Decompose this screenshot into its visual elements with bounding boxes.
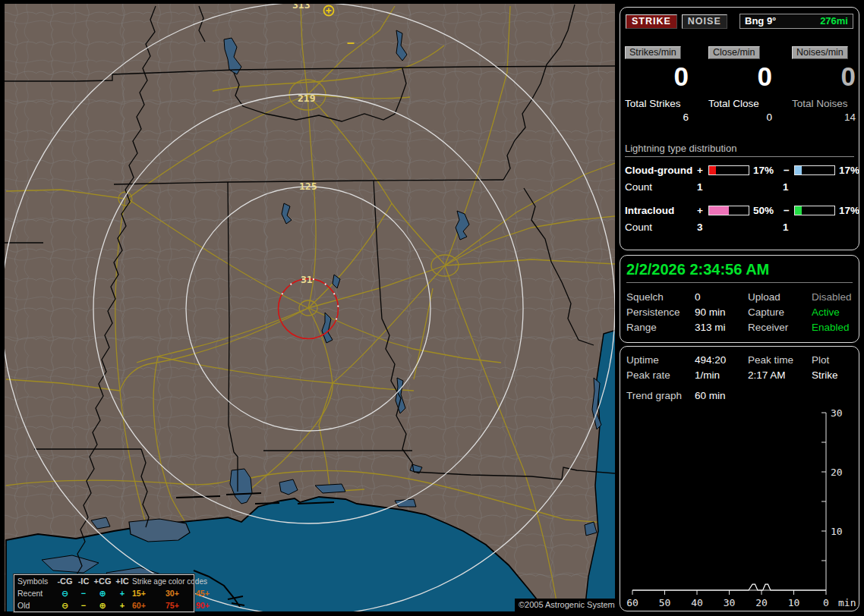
receiver-label: Receiver — [748, 320, 812, 335]
trend-graph: 30 20 10 60 50 40 30 20 10 0 min — [620, 347, 860, 614]
cg-negative-count: 1 — [783, 181, 854, 194]
age-75: 75+ — [166, 601, 196, 610]
strike-mode-button[interactable]: STRIKE — [626, 14, 677, 29]
x-tick-10: 10 — [788, 597, 800, 608]
legend-old-label: Old — [17, 601, 55, 610]
x-tick-20: 20 — [755, 597, 768, 608]
x-axis-unit: min — [838, 597, 856, 608]
noises-per-min-button[interactable]: Noises/min — [792, 46, 848, 59]
uptime-value: 494:20 — [695, 353, 748, 368]
peak-time-label: Peak time — [748, 353, 812, 368]
uptime-label: Uptime — [626, 353, 695, 368]
copyright-text: ©2005 Astrogenic Systems — [519, 600, 616, 609]
range-value: 313 mi — [695, 320, 748, 335]
total-noises-label: Total Noises — [792, 98, 859, 109]
bearing-value: Bng 9° — [745, 15, 776, 27]
upload-status: Disabled — [812, 290, 853, 305]
old-neg-cg-icon: ⊖ — [55, 601, 74, 611]
total-strikes-label: Total Strikes — [625, 98, 692, 109]
recent-pos-cg-icon: ⊕ — [93, 589, 112, 599]
cloud-ground-label: Cloud-ground — [625, 165, 697, 176]
close-per-min-button[interactable]: Close/min — [708, 46, 760, 59]
legend-col-neg-cg: -CG — [55, 577, 74, 586]
legend-age-title: Strike age color codes — [132, 577, 223, 586]
close-column: Close/min 0 Total Close 0 — [708, 46, 775, 123]
age-30: 30+ — [166, 589, 196, 598]
legend-col-pos-ic: +IC — [112, 577, 132, 586]
status-panel: 2/2/2026 2:34:56 AM Squelch 0 Upload Dis… — [620, 255, 859, 343]
cg-positive-pct: 17% — [749, 165, 784, 176]
ic-positive-bar — [708, 206, 749, 215]
legend-symbols-title: Symbols — [17, 577, 55, 586]
close-per-min-value: 0 — [708, 63, 775, 90]
plot-label: Plot — [812, 353, 853, 368]
noises-per-min-value: 0 — [792, 63, 859, 90]
capture-status: Active — [812, 305, 853, 320]
intracloud-row: Intracloud + 50% − 17% — [625, 203, 854, 217]
plus-sign: + — [697, 205, 708, 216]
strikes-per-min-button[interactable]: Strikes/min — [625, 46, 681, 59]
cg-negative-pct: 17% — [835, 165, 864, 176]
trend-series — [632, 584, 826, 590]
bearing-readout: Bng 9° 276mi — [739, 14, 853, 29]
bearing-distance: 276mi — [820, 15, 848, 27]
plus-sign: + — [697, 165, 708, 176]
recent-neg-cg-icon: ⊖ — [55, 589, 74, 599]
age-45: 45+ — [196, 589, 223, 598]
trend-graph-label: Trend graph — [626, 390, 695, 401]
minus-sign: − — [784, 165, 794, 176]
squelch-value: 0 — [695, 290, 748, 305]
legend-recent-label: Recent — [17, 589, 55, 598]
minus-sign: − — [784, 205, 794, 216]
count-label: Count — [625, 181, 697, 194]
ring-label-125: 125 — [299, 181, 317, 192]
y-tick-30: 30 — [831, 407, 843, 419]
ring-label-31: 31 — [301, 274, 313, 285]
strikes-column: Strikes/min 0 Total Strikes 6 — [625, 46, 692, 123]
plot-value: Strike — [812, 368, 853, 383]
ic-negative-pct: 17% — [835, 205, 864, 216]
age-15: 15+ — [132, 589, 166, 598]
peak-rate-label: Peak rate — [626, 368, 695, 383]
x-tick-0: 0 — [823, 597, 829, 608]
ic-negative-count: 1 — [783, 222, 854, 234]
lightning-map[interactable]: 313 219 125 31 ©2005 Astrogenic Systems — [0, 0, 616, 616]
total-noises-value: 14 — [792, 112, 859, 123]
cloud-ground-row: Cloud-ground + 17% − 17% — [625, 163, 854, 177]
distribution-title: Lightning type distribution — [625, 143, 854, 157]
age-60: 60+ — [132, 601, 166, 610]
ic-negative-bar — [794, 206, 835, 215]
persistence-value: 90 min — [695, 305, 748, 320]
x-tick-50: 50 — [659, 597, 671, 608]
cg-positive-count: 1 — [697, 181, 783, 194]
peak-time-value: 2:17 AM — [748, 368, 812, 383]
old-pos-ic-icon: + — [112, 601, 132, 610]
datetime-display: 2/2/2026 2:34:56 AM — [626, 261, 853, 283]
ic-positive-count: 3 — [697, 222, 783, 234]
trend-graph-value[interactable]: 60 min — [695, 390, 853, 401]
x-tick-40: 40 — [691, 597, 703, 608]
cg-negative-bar — [794, 165, 835, 175]
upload-label: Upload — [748, 290, 812, 305]
nexstorm-window: { "map": { "range_ring_labels": ["313", … — [0, 0, 864, 616]
noise-mode-button[interactable]: NOISE — [682, 14, 727, 29]
x-tick-60: 60 — [626, 597, 639, 608]
squelch-label: Squelch — [626, 290, 695, 305]
intracloud-label: Intracloud — [625, 205, 697, 216]
map-legend: Symbols -CG -IC +CG +IC Strike age color… — [14, 574, 194, 612]
total-strikes-value: 6 — [625, 112, 692, 123]
strike-stats-panel: STRIKE NOISE Bng 9° 276mi Strikes/min 0 … — [620, 7, 859, 250]
noises-column: Noises/min 0 Total Noises 14 — [792, 46, 859, 123]
range-label: Range — [626, 320, 695, 335]
legend-col-pos-cg: +CG — [93, 577, 112, 586]
y-tick-20: 20 — [831, 467, 843, 478]
ring-label-219: 219 — [298, 93, 315, 104]
ring-label-313: 313 — [292, 0, 310, 11]
strikes-per-min-value: 0 — [625, 63, 692, 90]
receiver-status: Enabled — [812, 320, 853, 335]
peak-rate-value: 1/min — [695, 368, 748, 383]
intracloud-count-row: Count 3 1 — [625, 222, 854, 234]
legend-col-neg-ic: -IC — [74, 577, 93, 586]
x-tick-30: 30 — [724, 597, 736, 608]
recent-pos-ic-icon: + — [112, 589, 132, 598]
